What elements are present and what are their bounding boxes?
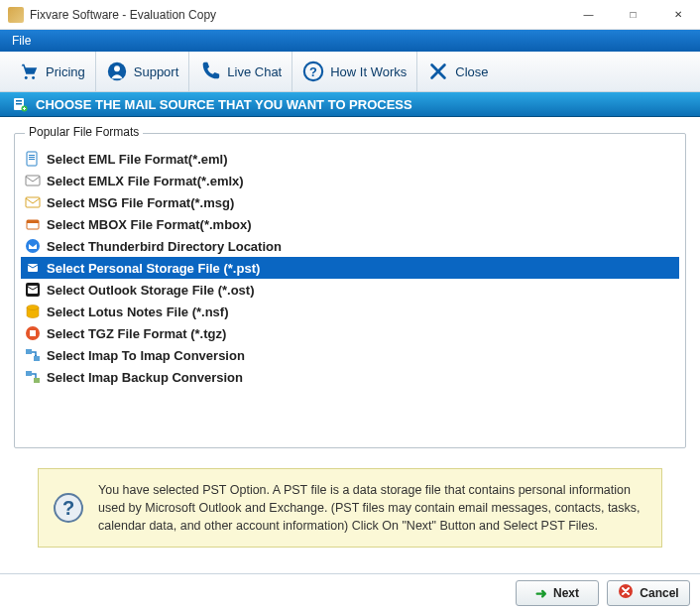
window-title: Fixvare Software - Evaluation Copy xyxy=(30,8,566,22)
arrow-right-icon: ➜ xyxy=(535,585,547,601)
format-item-imap-backup[interactable]: Select Imap Backup Conversion xyxy=(21,366,679,388)
info-panel: ? You have selected PST Option. A PST fi… xyxy=(38,468,662,548)
cart-icon xyxy=(18,61,40,82)
format-item-imap-to-imap[interactable]: Select Imap To Imap Conversion xyxy=(21,344,679,366)
toolbar-pricing[interactable]: Pricing xyxy=(8,52,96,91)
cancel-icon xyxy=(618,583,634,602)
minimize-button[interactable]: — xyxy=(566,0,611,29)
toolbar: Pricing Support Live Chat ? How It Works… xyxy=(0,52,700,92)
format-item-label: Select Personal Storage File (*.pst) xyxy=(47,261,260,276)
toolbar-support-label: Support xyxy=(134,64,179,79)
cancel-button-label: Cancel xyxy=(640,586,678,600)
svg-rect-28 xyxy=(34,356,40,361)
maximize-button[interactable]: □ xyxy=(611,0,655,29)
svg-rect-12 xyxy=(29,157,35,158)
groupbox-legend: Popular File Formats xyxy=(25,125,143,139)
emlx-icon xyxy=(25,173,41,188)
format-list: Select EML File Format(*.eml) Select EML… xyxy=(21,148,679,388)
main-area: Popular File Formats Select EML File For… xyxy=(0,117,700,548)
svg-rect-30 xyxy=(34,378,40,383)
format-item-label: Select Outlook Storage File (*.ost) xyxy=(47,283,254,298)
toolbar-support[interactable]: Support xyxy=(96,52,190,91)
toolbar-livechat[interactable]: Live Chat xyxy=(189,52,292,91)
next-button-label: Next xyxy=(553,586,579,600)
svg-point-18 xyxy=(26,239,40,253)
format-item-label: Select Imap To Imap Conversion xyxy=(47,348,245,363)
eml-icon xyxy=(25,151,41,167)
format-item-nsf[interactable]: Select Lotus Notes File (*.nsf) xyxy=(21,301,679,322)
imap-imap-icon xyxy=(25,347,41,363)
format-item-label: Select Imap Backup Conversion xyxy=(47,370,243,385)
svg-rect-27 xyxy=(26,349,32,354)
imap-backup-icon xyxy=(25,369,41,385)
ost-icon xyxy=(25,282,41,298)
svg-text:?: ? xyxy=(62,497,74,519)
format-item-msg[interactable]: Select MSG File Format(*.msg) xyxy=(21,191,679,213)
svg-text:?: ? xyxy=(309,64,317,79)
nsf-icon xyxy=(25,304,41,319)
msg-icon xyxy=(25,194,41,210)
svg-rect-13 xyxy=(29,159,35,160)
svg-rect-7 xyxy=(16,100,22,102)
format-item-pst[interactable]: Select Personal Storage File (*.pst) xyxy=(21,257,679,279)
format-item-label: Select Lotus Notes File (*.nsf) xyxy=(47,305,228,319)
format-item-label: Select Thunderbird Directory Location xyxy=(47,239,282,254)
format-item-label: Select TGZ File Format (*.tgz) xyxy=(47,326,226,341)
format-item-label: Select EML File Format(*.eml) xyxy=(47,152,228,167)
info-text: You have selected PST Option. A PST file… xyxy=(98,481,647,535)
menu-file[interactable]: File xyxy=(6,32,37,50)
toolbar-close[interactable]: Close xyxy=(417,52,498,91)
question-icon: ? xyxy=(302,61,324,82)
format-item-label: Select EMLX File Format(*.emlx) xyxy=(47,174,244,188)
format-item-label: Select MBOX File Format(*.mbox) xyxy=(47,217,252,232)
close-icon xyxy=(427,61,449,82)
phone-icon xyxy=(199,61,221,82)
menubar: File xyxy=(0,30,700,52)
app-icon xyxy=(8,7,24,23)
toolbar-pricing-label: Pricing xyxy=(46,64,85,79)
format-item-tgz[interactable]: Select TGZ File Format (*.tgz) xyxy=(21,322,679,344)
format-item-emlx[interactable]: Select EMLX File Format(*.emlx) xyxy=(21,170,679,191)
window-close-button[interactable]: ✕ xyxy=(655,0,700,29)
step-header-icon xyxy=(12,96,28,112)
svg-point-3 xyxy=(114,65,120,71)
svg-point-0 xyxy=(25,76,28,79)
svg-rect-26 xyxy=(30,330,36,336)
svg-rect-17 xyxy=(27,220,39,223)
format-item-thunderbird[interactable]: Select Thunderbird Directory Location xyxy=(21,235,679,257)
toolbar-howitworks-label: How It Works xyxy=(330,64,407,79)
step-header-title: CHOOSE THE MAIL SOURCE THAT YOU WANT TO … xyxy=(36,97,412,112)
format-item-ost[interactable]: Select Outlook Storage File (*.ost) xyxy=(21,279,679,301)
cancel-button[interactable]: Cancel xyxy=(607,580,690,606)
tgz-icon xyxy=(25,325,41,341)
info-icon: ? xyxy=(53,492,84,524)
mbox-icon xyxy=(25,216,41,232)
toolbar-close-label: Close xyxy=(455,64,488,79)
format-item-label: Select MSG File Format(*.msg) xyxy=(47,195,234,210)
next-button[interactable]: ➜ Next xyxy=(516,580,599,606)
svg-rect-14 xyxy=(26,176,40,185)
svg-rect-29 xyxy=(26,371,32,376)
format-item-mbox[interactable]: Select MBOX File Format(*.mbox) xyxy=(21,213,679,235)
groupbox-formats: Popular File Formats Select EML File For… xyxy=(14,133,686,448)
svg-point-1 xyxy=(32,76,35,79)
titlebar: Fixvare Software - Evaluation Copy — □ ✕ xyxy=(0,0,700,30)
thunderbird-icon xyxy=(25,238,41,254)
svg-rect-11 xyxy=(29,155,35,156)
toolbar-howitworks[interactable]: ? How It Works xyxy=(292,52,417,91)
svg-rect-8 xyxy=(16,103,22,105)
toolbar-livechat-label: Live Chat xyxy=(227,64,282,79)
pst-icon xyxy=(25,260,41,276)
step-header: CHOOSE THE MAIL SOURCE THAT YOU WANT TO … xyxy=(0,92,700,117)
svg-rect-15 xyxy=(26,197,40,207)
support-icon xyxy=(106,61,128,82)
footer: ➜ Next Cancel xyxy=(0,573,700,611)
format-item-eml[interactable]: Select EML File Format(*.eml) xyxy=(21,148,679,170)
